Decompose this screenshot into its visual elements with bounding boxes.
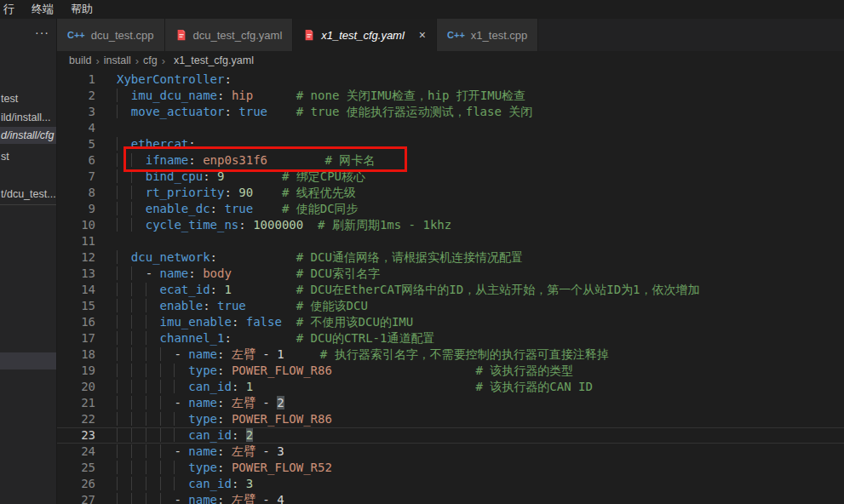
sidebar-item[interactable]: ild/install... [0,109,56,126]
code-text: - name: 左臂 - 1 # 执行器索引名字，不需要控制的执行器可直接注释掉 [117,346,609,363]
code-line[interactable]: 27 - name: 左臂 - 4 [57,492,844,504]
line-number: 5 [57,136,95,152]
line-number: 11 [57,233,95,249]
code-line[interactable]: 12 dcu_network: # DCU通信网络，请根据实机连接情况配置 [57,249,844,266]
tab-bar: C++dcu_test.cppdcu_test_cfg.yamlx1_test_… [57,19,844,51]
code-text: type: POWER_FLOW_R86 # 该执行器的类型 [117,363,573,379]
line-number: 21 [57,395,95,411]
tab-x1_test_cfg.yaml[interactable]: x1_test_cfg.yaml× [293,19,437,51]
breadcrumb-item-cfg[interactable]: cfg [143,54,158,66]
chevron-right-icon: › [95,54,99,67]
sidebar-item[interactable]: test [0,90,56,107]
yaml-file-icon [175,29,187,41]
code-line[interactable]: 8 rt_priority: 90 # 线程优先级 [57,185,844,201]
breadcrumb-file[interactable]: x1_test_cfg.yaml [174,54,254,66]
line-number: 8 [57,185,95,201]
code-line[interactable]: 7 bind_cpu: 9 # 绑定CPU核心 [57,169,844,185]
code-line[interactable]: 5 ethercat: [57,136,844,152]
sidebar-item[interactable]: d/install/cfg [0,127,56,144]
menu-item-0[interactable]: 行 [2,2,23,17]
tab-x1_test.cpp[interactable]: C++x1_test.cpp [437,19,538,51]
tab-label: dcu_test_cfg.yaml [193,29,283,42]
code-line[interactable]: 25 type: POWER_FLOW_R52 [57,460,844,476]
line-number: 10 [57,217,95,233]
editor-group: C++dcu_test.cppdcu_test_cfg.yamlx1_test_… [57,19,844,504]
code-text: bind_cpu: 9 # 绑定CPU核心 [117,169,365,185]
breadcrumb: build › install › cfg › x1_test_cfg.yaml [57,51,844,70]
code-text: can_id: 2 [117,427,253,444]
tab-dcu_test.cpp[interactable]: C++dcu_test.cpp [57,19,165,51]
code-line[interactable]: 1XyberController: [57,72,844,88]
line-number: 22 [57,411,95,427]
chevron-right-icon: › [135,54,139,67]
code-line[interactable]: 22 type: POWER_FLOW_R86 [57,411,844,427]
code-text: - name: 左臂 - 2 [117,395,284,411]
code-line[interactable]: 16 imu_enable: false # 不使用该DCU的IMU [57,314,844,330]
line-number: 25 [57,460,95,476]
tab-label: dcu_test.cpp [91,29,154,42]
more-actions-icon[interactable]: ··· [35,26,49,39]
code-line[interactable]: 9 enable_dc: true # 使能DC同步 [57,201,844,217]
sidebar-selected-row[interactable] [0,352,56,369]
code-text: cycle_time_ns: 1000000 # 刷新周期1ms - 1khz [117,217,451,233]
code-line[interactable]: 2 imu_dcu_name: hip # none 关闭IMU检查，hip 打… [57,88,844,104]
menu-item-1[interactable]: 终端 [23,2,62,17]
line-number: 9 [57,201,95,217]
line-number: 2 [57,88,95,104]
code-text: - name: body # DCU索引名字 [117,266,380,282]
code-line[interactable]: 24 - name: 左臂 - 3 [57,444,844,460]
line-number: 15 [57,298,95,314]
code-line[interactable]: 19 type: POWER_FLOW_R86 # 该执行器的类型 [57,363,844,379]
close-icon[interactable]: × [419,29,426,41]
code-text: rt_priority: 90 # 线程优先级 [117,185,356,201]
code-line[interactable]: 11 [57,233,844,249]
code-text: - name: 左臂 - 4 [117,492,284,504]
code-line[interactable]: 26 can_id: 3 [57,476,844,492]
line-number: 23 [57,427,95,444]
line-number: 17 [57,330,95,346]
code-line[interactable]: 14 ecat_id: 1 # DCU在EtherCAT网络中的ID，从主站开始… [57,282,844,298]
tab-label: x1_test_cfg.yaml [321,29,405,42]
line-number: 16 [57,314,95,330]
code-text: can_id: 1 # 该执行器的CAN ID [117,379,593,395]
tab-label: x1_test.cpp [471,29,528,42]
tab-dcu_test_cfg.yaml[interactable]: dcu_test_cfg.yaml [165,19,294,51]
line-number: 18 [57,346,95,363]
line-number: 20 [57,379,95,395]
line-number: 12 [57,249,95,266]
code-line[interactable]: 4 [57,120,844,136]
code-text: - name: 左臂 - 3 [117,444,284,460]
breadcrumb-item-build[interactable]: build [69,54,91,66]
code-text: move_actuator: true # true 使能执行器运动测试，fla… [117,104,532,120]
code-text: enable: true # 使能该DCU [117,298,368,314]
line-number: 14 [57,282,95,298]
code-line[interactable]: 23 can_id: 2 [57,427,844,444]
code-text: imu_enable: false # 不使用该DCU的IMU [117,314,413,330]
code-line[interactable]: 18 - name: 左臂 - 1 # 执行器索引名字，不需要控制的执行器可直接… [57,346,844,363]
code-line[interactable]: 3 move_actuator: true # true 使能执行器运动测试，f… [57,104,844,120]
code-line[interactable]: 13 - name: body # DCU索引名字 [57,266,844,282]
menu-bar: 行终端帮助 [0,0,844,19]
code-line[interactable]: 17 channel_1: # DCU的CTRL-1通道配置 [57,330,844,346]
menu-item-2[interactable]: 帮助 [62,2,101,17]
code-text: can_id: 3 [117,476,253,492]
line-number: 26 [57,476,95,492]
code-line[interactable]: 20 can_id: 1 # 该执行器的CAN ID [57,379,844,395]
line-number: 7 [57,169,95,185]
code-lines: 1XyberController:2 imu_dcu_name: hip # n… [57,72,844,504]
line-number: 13 [57,266,95,282]
code-line[interactable]: 15 enable: true # 使能该DCU [57,298,844,314]
code-line[interactable]: 10 cycle_time_ns: 1000000 # 刷新周期1ms - 1k… [57,217,844,233]
sidebar: ··· testild/install...d/install/cfgstt/d… [0,19,57,504]
line-number: 6 [57,152,95,169]
code-text: type: POWER_FLOW_R52 [117,460,332,476]
code-editor[interactable]: 1XyberController:2 imu_dcu_name: hip # n… [57,70,844,504]
sidebar-item[interactable]: st [0,148,56,165]
code-text: enable_dc: true # 使能DC同步 [117,201,359,217]
code-line[interactable]: 21 - name: 左臂 - 2 [57,395,844,411]
code-line[interactable]: 6 ifname: enp0s31f6 # 网卡名 [57,152,844,169]
code-text: channel_1: # DCU的CTRL-1通道配置 [117,330,434,346]
sidebar-item[interactable]: t/dcu_test... [0,186,56,203]
breadcrumb-item-install[interactable]: install [104,54,131,66]
line-number: 3 [57,104,95,120]
